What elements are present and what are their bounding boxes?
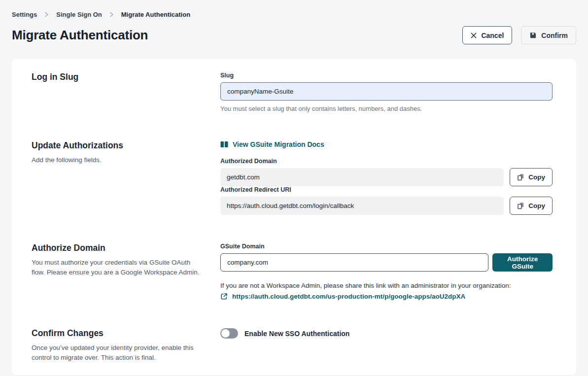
login-slug-heading: Log in Slug [32,72,202,82]
copy-icon [517,173,524,181]
authorized-domain-field: Authorized Domain getdbt.com Copy [220,158,553,186]
authorized-domain-value: getdbt.com [220,168,504,186]
enable-sso-toggle-label: Enable New SSO Authentication [244,330,349,338]
breadcrumb-single-sign-on[interactable]: Single Sign On [56,11,102,18]
save-icon [529,32,537,39]
admin-share-link[interactable]: https://auth.cloud.getdbt.com/us-product… [232,293,465,300]
gsuite-domain-input[interactable] [220,253,488,272]
close-icon [471,33,477,38]
confirm-button[interactable]: Confirm [521,26,576,44]
section-confirm-changes: Confirm Changes Once you’ve updated your… [32,328,553,363]
copy-icon [517,202,524,209]
cancel-button[interactable]: Cancel [462,26,512,44]
slug-helper-text: You must select a slug that only contain… [220,105,553,112]
book-icon [220,141,228,148]
gsuite-domain-label: GSuite Domain [220,243,553,250]
authorized-redirect-uri-value: https://auth.cloud.getdbt.com/login/call… [220,197,504,215]
confirm-changes-description: Once you’ve updated your identity provid… [32,343,202,363]
toggle-knob [221,329,230,338]
update-authorizations-description: Add the following fields. [32,155,202,165]
confirm-changes-heading: Confirm Changes [32,328,202,339]
chevron-right-icon [109,12,114,17]
breadcrumb: Settings Single Sign On Migrate Authenti… [12,11,576,18]
slug-label: Slug [220,72,553,79]
header-actions: Cancel Confirm [462,26,576,44]
authorized-redirect-uri-label: Authorized Redirect URI [220,186,553,193]
confirm-button-label: Confirm [541,32,568,39]
slug-input[interactable] [220,82,553,101]
page-title: Migrate Authentication [12,28,148,43]
update-authorizations-heading: Update Authorizations [32,140,202,151]
authorize-domain-description: You must authorize your credentials via … [32,258,202,278]
authorized-domain-label: Authorized Domain [220,158,553,165]
workspace-admin-note: If you are not a Workspace Admin, please… [220,282,553,289]
copy-button-label: Copy [528,202,545,209]
migrate-authentication-card: Log in Slug Slug You must select a slug … [12,59,576,375]
chevron-right-icon [44,12,49,17]
page: Settings Single Sign On Migrate Authenti… [0,0,588,375]
breadcrumb-settings[interactable]: Settings [12,11,37,18]
section-update-authorizations: Update Authorizations Add the following … [32,140,553,215]
copy-authorized-domain-button[interactable]: Copy [510,168,553,186]
authorized-redirect-uri-field: Authorized Redirect URI https://auth.clo… [220,186,553,215]
authorize-gsuite-button[interactable]: Authorize GSuite [492,253,553,272]
page-header: Migrate Authentication Cancel Confirm [12,26,576,44]
gsuite-migration-docs-link-label: View GSuite Migration Docs [233,140,324,148]
authorize-domain-heading: Authorize Domain [32,243,202,253]
external-link-icon [220,293,228,300]
gsuite-migration-docs-link[interactable]: View GSuite Migration Docs [220,140,324,148]
breadcrumb-migrate-authentication: Migrate Authentication [121,11,190,18]
enable-sso-toggle[interactable] [220,328,238,339]
section-authorize-domain: Authorize Domain You must authorize your… [32,243,553,300]
copy-button-label: Copy [528,173,545,181]
copy-redirect-uri-button[interactable]: Copy [510,197,553,215]
cancel-button-label: Cancel [481,32,504,39]
section-login-slug: Log in Slug Slug You must select a slug … [32,72,553,112]
